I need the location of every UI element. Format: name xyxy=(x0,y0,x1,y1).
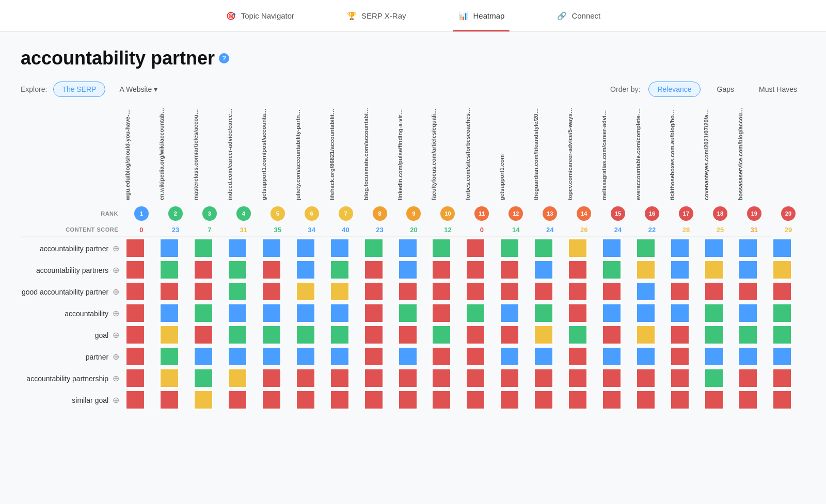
expand-icon-6[interactable]: ⊕ xyxy=(113,374,119,383)
cell-6-1[interactable] xyxy=(158,367,193,389)
cell-1-8[interactable] xyxy=(397,259,431,281)
cell-0-0[interactable] xyxy=(124,237,158,259)
cell-0-13[interactable] xyxy=(567,237,601,259)
cell-4-12[interactable] xyxy=(533,324,567,346)
cell-4-14[interactable] xyxy=(601,324,635,346)
cell-5-5[interactable] xyxy=(295,346,329,367)
cell-5-10[interactable] xyxy=(465,346,499,367)
cell-6-5[interactable] xyxy=(295,367,329,389)
cell-7-7[interactable] xyxy=(363,389,397,411)
cell-6-0[interactable] xyxy=(124,367,158,389)
cell-3-17[interactable] xyxy=(703,302,737,324)
cell-6-3[interactable] xyxy=(227,367,261,389)
cell-2-16[interactable] xyxy=(669,281,703,302)
cell-7-12[interactable] xyxy=(533,389,567,411)
cell-2-3[interactable] xyxy=(227,281,261,302)
nav-item-topic-navigator[interactable]: 🎯Topic Navigator xyxy=(220,0,299,31)
cell-3-2[interactable] xyxy=(193,302,227,324)
nav-item-serp-xray[interactable]: 🏆SERP X-Ray xyxy=(341,0,411,31)
cell-7-18[interactable] xyxy=(737,389,771,411)
cell-7-11[interactable] xyxy=(499,389,533,411)
cell-3-16[interactable] xyxy=(669,302,703,324)
cell-6-12[interactable] xyxy=(533,367,567,389)
cell-1-10[interactable] xyxy=(465,259,499,281)
cell-1-13[interactable] xyxy=(567,259,601,281)
cell-0-17[interactable] xyxy=(703,237,737,259)
cell-4-2[interactable] xyxy=(193,324,227,346)
cell-0-12[interactable] xyxy=(533,237,567,259)
cell-0-7[interactable] xyxy=(363,237,397,259)
cell-4-4[interactable] xyxy=(261,324,295,346)
cell-5-17[interactable] xyxy=(703,346,737,367)
cell-3-4[interactable] xyxy=(261,302,295,324)
expand-icon-4[interactable]: ⊕ xyxy=(113,331,119,339)
cell-2-19[interactable] xyxy=(771,281,805,302)
cell-3-11[interactable] xyxy=(499,302,533,324)
cell-2-1[interactable] xyxy=(158,281,193,302)
cell-2-17[interactable] xyxy=(703,281,737,302)
cell-5-15[interactable] xyxy=(635,346,669,367)
cell-3-15[interactable] xyxy=(635,302,669,324)
cell-0-18[interactable] xyxy=(737,237,771,259)
cell-4-3[interactable] xyxy=(227,324,261,346)
cell-0-9[interactable] xyxy=(431,237,465,259)
cell-1-6[interactable] xyxy=(329,259,363,281)
cell-6-19[interactable] xyxy=(771,367,805,389)
cell-6-13[interactable] xyxy=(567,367,601,389)
expand-icon-2[interactable]: ⊕ xyxy=(113,287,119,296)
cell-4-13[interactable] xyxy=(567,324,601,346)
expand-icon-3[interactable]: ⊕ xyxy=(113,309,119,318)
cell-6-6[interactable] xyxy=(329,367,363,389)
cell-0-8[interactable] xyxy=(397,237,431,259)
cell-3-0[interactable] xyxy=(124,302,158,324)
must-haves-button[interactable]: Must Haves xyxy=(751,82,805,96)
cell-5-18[interactable] xyxy=(737,346,771,367)
cell-0-3[interactable] xyxy=(227,237,261,259)
help-icon[interactable]: ? xyxy=(219,53,229,63)
cell-3-12[interactable] xyxy=(533,302,567,324)
relevance-button[interactable]: Relevance xyxy=(648,82,700,97)
cell-4-7[interactable] xyxy=(363,324,397,346)
cell-3-6[interactable] xyxy=(329,302,363,324)
cell-3-3[interactable] xyxy=(227,302,261,324)
cell-6-15[interactable] xyxy=(635,367,669,389)
cell-5-8[interactable] xyxy=(397,346,431,367)
cell-0-19[interactable] xyxy=(771,237,805,259)
cell-0-10[interactable] xyxy=(465,237,499,259)
cell-5-12[interactable] xyxy=(533,346,567,367)
cell-1-1[interactable] xyxy=(158,259,193,281)
cell-7-17[interactable] xyxy=(703,389,737,411)
cell-7-9[interactable] xyxy=(431,389,465,411)
cell-1-19[interactable] xyxy=(771,259,805,281)
cell-7-6[interactable] xyxy=(329,389,363,411)
cell-7-8[interactable] xyxy=(397,389,431,411)
cell-4-9[interactable] xyxy=(431,324,465,346)
cell-5-13[interactable] xyxy=(567,346,601,367)
cell-2-18[interactable] xyxy=(737,281,771,302)
cell-5-7[interactable] xyxy=(363,346,397,367)
cell-1-9[interactable] xyxy=(431,259,465,281)
cell-2-0[interactable] xyxy=(124,281,158,302)
cell-4-0[interactable] xyxy=(124,324,158,346)
cell-5-6[interactable] xyxy=(329,346,363,367)
cell-2-15[interactable] xyxy=(635,281,669,302)
cell-1-7[interactable] xyxy=(363,259,397,281)
cell-6-10[interactable] xyxy=(465,367,499,389)
cell-6-4[interactable] xyxy=(261,367,295,389)
cell-1-5[interactable] xyxy=(295,259,329,281)
cell-0-1[interactable] xyxy=(158,237,193,259)
nav-item-connect[interactable]: 🔗Connect xyxy=(551,0,606,31)
cell-1-4[interactable] xyxy=(261,259,295,281)
cell-6-17[interactable] xyxy=(703,367,737,389)
cell-7-0[interactable] xyxy=(124,389,158,411)
cell-5-9[interactable] xyxy=(431,346,465,367)
cell-7-10[interactable] xyxy=(465,389,499,411)
cell-0-15[interactable] xyxy=(635,237,669,259)
cell-1-14[interactable] xyxy=(601,259,635,281)
cell-0-4[interactable] xyxy=(261,237,295,259)
nav-item-heatmap[interactable]: 📊Heatmap xyxy=(453,0,510,31)
cell-2-2[interactable] xyxy=(193,281,227,302)
cell-2-9[interactable] xyxy=(431,281,465,302)
cell-2-12[interactable] xyxy=(533,281,567,302)
cell-1-0[interactable] xyxy=(124,259,158,281)
